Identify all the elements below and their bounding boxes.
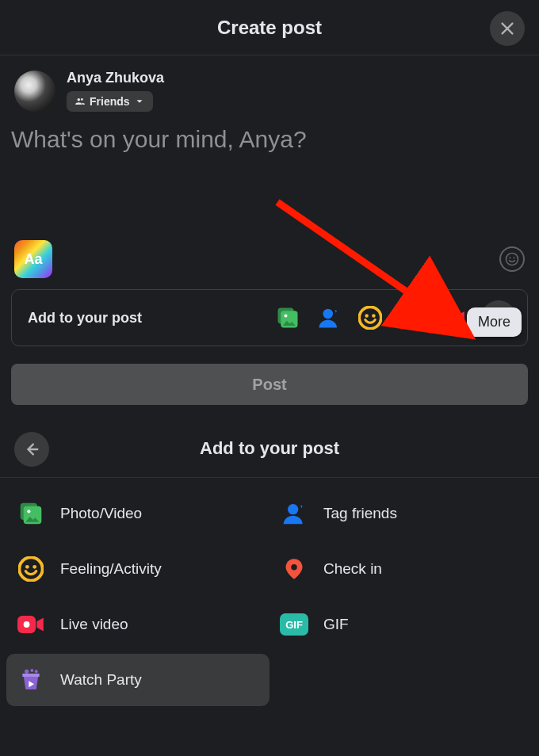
option-photo-video[interactable]: Photo/Video xyxy=(6,487,270,540)
back-button[interactable] xyxy=(14,432,49,467)
close-button[interactable] xyxy=(490,11,525,46)
add-to-post-label: Add to your post xyxy=(28,310,142,326)
user-name: Anya Zhukova xyxy=(67,70,164,86)
background-picker[interactable]: Aa xyxy=(14,240,52,278)
feeling-button[interactable] xyxy=(357,305,383,330)
option-feeling[interactable]: Feeling/Activity xyxy=(6,543,270,595)
live-video-icon xyxy=(17,614,44,635)
privacy-label: Friends xyxy=(90,95,130,108)
checkin-button[interactable] xyxy=(399,305,424,330)
svg-point-20 xyxy=(291,564,296,570)
svg-point-23 xyxy=(25,670,29,674)
tag-person-icon xyxy=(281,501,307,526)
location-icon xyxy=(401,305,422,330)
post-composer[interactable]: What's on your mind, Anya? xyxy=(0,121,539,240)
option-label: Live video xyxy=(60,616,128,633)
option-tag-friends[interactable]: Tag friends xyxy=(270,487,533,540)
chevron-down-icon xyxy=(134,96,145,107)
svg-point-25 xyxy=(35,670,38,673)
friends-icon xyxy=(75,96,86,107)
dialog-title: Create post xyxy=(217,17,322,39)
option-watch-party[interactable]: Watch Party xyxy=(6,654,270,706)
add-to-post-bar: Add to your post xyxy=(11,289,528,346)
option-label: Tag friends xyxy=(323,505,397,522)
tag-person-icon xyxy=(317,306,341,330)
post-button-label: Post xyxy=(252,376,286,394)
photo-icon xyxy=(18,501,44,526)
feeling-icon xyxy=(358,306,382,330)
option-label: Watch Party xyxy=(60,671,142,689)
svg-point-19 xyxy=(32,565,36,569)
svg-point-17 xyxy=(19,557,42,580)
svg-point-12 xyxy=(445,315,451,320)
composer-placeholder: What's on your mind, Anya? xyxy=(11,126,525,153)
gif-icon: GIF xyxy=(280,613,308,636)
svg-point-6 xyxy=(323,309,334,319)
tag-friends-button[interactable] xyxy=(316,305,342,330)
svg-point-1 xyxy=(509,257,510,258)
svg-point-2 xyxy=(513,257,514,258)
post-button[interactable]: Post xyxy=(11,364,528,405)
back-arrow-icon xyxy=(23,441,40,458)
svg-point-9 xyxy=(372,314,376,318)
option-label: GIF xyxy=(323,616,349,633)
option-live-video[interactable]: Live video xyxy=(6,598,270,651)
dialog-header: Create post xyxy=(0,0,539,55)
option-checkin[interactable]: Check in xyxy=(270,543,533,595)
svg-point-0 xyxy=(507,254,518,265)
svg-point-10 xyxy=(409,313,415,319)
svg-point-15 xyxy=(27,510,30,513)
option-label: Feeling/Activity xyxy=(60,560,162,578)
user-row: Anya Zhukova Friends xyxy=(0,55,539,121)
svg-point-22 xyxy=(24,621,30,628)
smile-icon xyxy=(504,251,520,267)
live-video-icon xyxy=(440,308,465,327)
add-to-post-panel-header: Add to your post xyxy=(0,419,539,478)
bg-chip-label: Aa xyxy=(24,251,42,268)
avatar[interactable] xyxy=(14,71,55,112)
add-to-post-grid: Photo/Video Tag friends Feeling/Activity xyxy=(0,478,539,716)
option-label: Check in xyxy=(323,560,382,578)
close-icon xyxy=(499,20,516,37)
feeling-icon xyxy=(18,556,44,582)
watch-party-icon xyxy=(18,667,44,693)
svg-point-8 xyxy=(365,314,369,318)
svg-point-16 xyxy=(288,504,298,514)
svg-point-7 xyxy=(359,307,381,329)
svg-point-18 xyxy=(25,565,29,569)
privacy-selector[interactable]: Friends xyxy=(67,91,153,112)
more-tooltip: More xyxy=(467,307,522,337)
photo-video-button[interactable] xyxy=(275,305,300,330)
svg-point-5 xyxy=(285,315,288,318)
add-to-post-panel-title: Add to your post xyxy=(200,438,339,459)
option-gif[interactable]: GIF GIF xyxy=(270,598,533,651)
photo-icon xyxy=(276,306,300,330)
location-icon xyxy=(283,556,305,582)
emoji-picker-button[interactable] xyxy=(499,246,525,272)
svg-point-24 xyxy=(30,669,33,672)
live-video-button[interactable] xyxy=(440,305,465,330)
option-label: Photo/Video xyxy=(60,505,142,522)
